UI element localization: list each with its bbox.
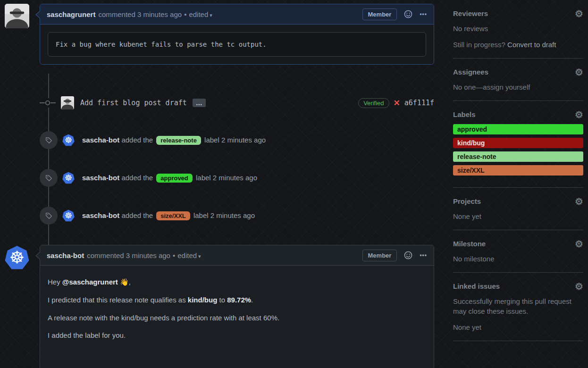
chevron-down-icon: ▾ — [198, 253, 201, 259]
gear-icon[interactable]: ⚙ — [575, 198, 583, 205]
gear-icon[interactable]: ⚙ — [575, 68, 583, 76]
bot-avatar[interactable]: ☸ — [5, 245, 29, 270]
tag-icon — [40, 131, 58, 149]
smiley-icon — [404, 10, 412, 18]
label-chip[interactable]: release-note — [156, 136, 201, 145]
label-chip[interactable]: approved — [156, 174, 193, 183]
add-reaction-button[interactable] — [404, 10, 412, 18]
label-event: ☸ sascha-bot added the size/XXL label 2 … — [40, 207, 434, 225]
bot-prediction-line: I predicted that this release note quali… — [48, 295, 426, 305]
member-badge: Member — [362, 8, 397, 20]
linked-issues-desc: Successfully merging this pull request m… — [453, 296, 583, 316]
assignees-empty[interactable]: No one—assign yourself — [453, 82, 583, 92]
comment-meta[interactable]: commented 3 minutes ago — [87, 251, 170, 259]
event-actor[interactable]: sascha-bot — [82, 174, 119, 182]
person-portrait-icon — [61, 96, 74, 109]
mention-link[interactable]: @saschagrunert — [62, 278, 118, 286]
comment-saschagrunert: saschagrunert commented 3 minutes ago • … — [40, 4, 434, 65]
projects-section: Projects ⚙ None yet — [453, 188, 583, 230]
sidebar-label-chip[interactable]: release-note — [453, 151, 583, 162]
release-note-code-block: Fix a bug where kubenet fails to parse t… — [48, 32, 426, 57]
gear-icon[interactable]: ⚙ — [575, 240, 583, 248]
reviewers-section: Reviewers ⚙ No reviews Still in progress… — [453, 0, 583, 59]
event-action: added the — [121, 211, 153, 219]
commit-hash[interactable]: a6f111f — [404, 99, 434, 107]
milestone-empty: No milestone — [453, 254, 583, 264]
commit-author-avatar[interactable] — [61, 96, 74, 109]
kebab-menu-button[interactable]: ••• — [420, 11, 427, 17]
linked-issues-section: Linked issues ⚙ Successfully merging thi… — [453, 273, 583, 341]
section-title: Linked issues — [453, 282, 500, 290]
kubernetes-wheel-icon: ☸ — [65, 210, 72, 221]
linked-issues-empty: None yet — [453, 322, 583, 332]
assignees-section: Assignees ⚙ No one—assign yourself — [453, 59, 583, 101]
section-title: Labels — [453, 110, 476, 118]
wave-emoji: 👋 — [120, 278, 129, 286]
comment-header: sascha-bot commented 3 minutes ago • edi… — [40, 245, 434, 266]
sidebar: Reviewers ⚙ No reviews Still in progress… — [453, 0, 583, 341]
git-commit-icon — [40, 98, 56, 108]
section-title: Projects — [453, 197, 481, 205]
edited-dropdown[interactable]: edited▾ — [189, 10, 212, 18]
sidebar-label-chip[interactable]: approved — [453, 124, 583, 134]
comment-meta[interactable]: commented 3 minutes ago — [98, 10, 182, 18]
event-tail: label 2 minutes ago — [196, 174, 257, 182]
sidebar-label-chip[interactable]: size/XXL — [453, 165, 583, 176]
kubernetes-wheel-icon: ☸ — [65, 135, 72, 145]
kubernetes-wheel-icon: ☸ — [65, 173, 72, 183]
event-tail: label 2 minutes ago — [204, 136, 266, 144]
event-actor[interactable]: sascha-bot — [82, 136, 119, 144]
gear-icon[interactable]: ⚙ — [575, 283, 583, 290]
tag-icon — [40, 207, 58, 225]
draft-hint: Still in progress? — [453, 41, 505, 49]
tag-icon — [40, 169, 58, 187]
meta-separator: • — [173, 251, 175, 259]
person-portrait-icon — [5, 4, 29, 28]
kebab-menu-button[interactable]: ••• — [420, 252, 427, 259]
status-failed-x-icon[interactable]: ✕ — [394, 98, 400, 108]
convert-to-draft-link[interactable]: Convert to draft — [507, 41, 556, 49]
event-action: added the — [121, 136, 153, 144]
speech-caret-icon — [36, 11, 41, 18]
label-chip[interactable]: size/XXL — [156, 211, 190, 220]
milestone-section: Milestone ⚙ No milestone — [453, 230, 583, 273]
section-title: Reviewers — [453, 9, 488, 17]
smiley-icon — [404, 251, 412, 259]
section-title: Milestone — [453, 240, 486, 248]
meta-separator: • — [184, 10, 186, 18]
comment-header: saschagrunert commented 3 minutes ago • … — [40, 4, 434, 25]
label-event: ☸ sascha-bot added the approved label 2 … — [40, 169, 434, 187]
avatar[interactable] — [5, 4, 29, 28]
commit-message[interactable]: Add first blog post draft — [80, 99, 187, 107]
gear-icon[interactable]: ⚙ — [575, 10, 583, 17]
comment-author[interactable]: sascha-bot — [47, 251, 84, 259]
sidebar-label-chip[interactable]: kind/bug — [453, 138, 583, 148]
add-reaction-button[interactable] — [404, 251, 412, 259]
gear-icon[interactable]: ⚙ — [575, 111, 583, 118]
member-badge: Member — [362, 250, 397, 261]
speech-caret-icon — [36, 252, 41, 259]
section-title: Assignees — [453, 68, 488, 76]
event-tail: label 2 minutes ago — [193, 211, 255, 219]
bot-added-label-line: I added the label for you. — [48, 330, 426, 341]
bot-avatar[interactable]: ☸ — [62, 172, 75, 184]
kubernetes-wheel-icon: ☸ — [9, 248, 25, 268]
event-action: added the — [121, 174, 153, 182]
commit-event: Add first blog post draft … Verified ✕ a… — [40, 94, 434, 111]
pull-request-conversation: saschagrunert commented 3 minutes ago • … — [0, 0, 588, 368]
comment-author[interactable]: saschagrunert — [47, 10, 95, 18]
reviewers-empty: No reviews — [453, 24, 583, 33]
commit-expander-button[interactable]: … — [193, 99, 206, 107]
event-actor[interactable]: sascha-bot — [82, 211, 119, 219]
comment-body: Fix a bug where kubenet fails to parse t… — [40, 25, 434, 64]
chevron-down-icon: ▾ — [210, 12, 212, 18]
bot-avatar[interactable]: ☸ — [62, 134, 75, 146]
bot-greeting-line: Hey @saschagrunert 👋, — [48, 277, 426, 287]
bot-avatar[interactable]: ☸ — [62, 209, 75, 222]
projects-empty: None yet — [453, 211, 583, 221]
comment-body: Hey @saschagrunert 👋, I predicted that t… — [40, 266, 434, 352]
label-event: ☸ sascha-bot added the release-note labe… — [40, 131, 434, 149]
verified-badge[interactable]: Verified — [358, 98, 389, 108]
labels-section: Labels ⚙ approved kind/bug release-note … — [453, 101, 583, 188]
edited-dropdown[interactable]: edited▾ — [177, 251, 201, 259]
